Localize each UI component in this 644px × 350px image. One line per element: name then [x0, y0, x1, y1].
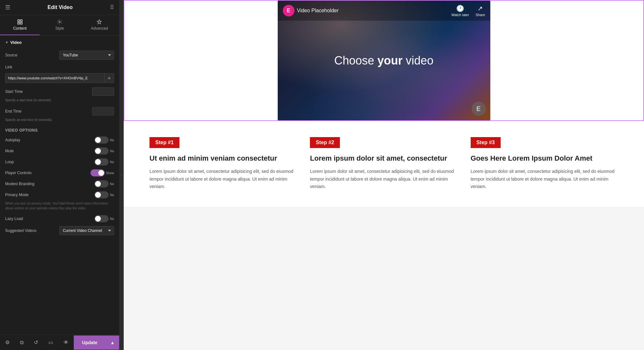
lazy-load-knob [95, 216, 101, 222]
sidebar-tabs: Content Style Advanced [0, 15, 119, 35]
main-content: ✎ E Video Placeholder 🕐 [124, 0, 644, 350]
start-time-input[interactable] [92, 87, 114, 96]
step-col-1: Step #1 Ut enim ad minim veniam consecte… [143, 137, 303, 191]
step-title-3: Goes Here Lorem Ipsum Dolor Amet [471, 154, 618, 163]
chevron-up-icon[interactable]: ▲ [106, 335, 119, 350]
player-controls-knob [98, 170, 104, 176]
share-button[interactable]: ↗ Share [476, 5, 485, 17]
logo-letter: E [287, 8, 290, 14]
link-label: Link [5, 65, 12, 69]
settings-icon[interactable]: ⚙ [0, 335, 15, 350]
tab-content[interactable]: Content [0, 15, 40, 35]
video-placeholder[interactable]: E Video Placeholder 🕐 Watch later ↗ Shar… [278, 1, 490, 120]
content-icon [17, 19, 23, 25]
video-options-label: Video Options [0, 125, 119, 135]
tab-style[interactable]: Style [40, 15, 79, 35]
sidebar-footer: ⚙ ⧉ ↺ ▭ 👁 Update ▲ [0, 335, 119, 350]
link-input[interactable] [5, 74, 104, 82]
mute-toggle-wrap: No [94, 147, 114, 155]
start-time-row: Start Time [0, 85, 119, 98]
source-label: Source [5, 53, 17, 57]
overlay-before: Choose [334, 54, 377, 67]
link-row: ≡ [0, 72, 119, 85]
modest-branding-row: Modest Branding No [0, 178, 119, 189]
mute-label: Mute [5, 149, 14, 153]
player-controls-toggle-wrap: Show [91, 169, 114, 176]
tab-advanced-label: Advanced [91, 26, 108, 31]
end-time-input[interactable] [92, 107, 114, 115]
mute-row: Mute No [0, 145, 119, 156]
responsive-icon[interactable]: ▭ [43, 335, 58, 350]
source-row: Source YouTube Vimeo Dailymotion Self Ho… [0, 48, 119, 62]
step-badge-3-text: Step #3 [476, 140, 495, 145]
video-container: E Video Placeholder 🕐 Watch later ↗ Shar… [278, 1, 490, 120]
elementor-badge: E [472, 102, 486, 116]
step-body-3: Lorem ipsum dolor sit amet, consectetur … [471, 168, 618, 191]
video-section-header[interactable]: ▼ Video [0, 35, 119, 48]
mute-toggle[interactable] [94, 147, 109, 155]
end-time-row: End Time [0, 105, 119, 117]
tab-content-label: Content [13, 26, 27, 31]
sidebar-content: ▼ Video Source YouTube Vimeo Dailymotion… [0, 35, 119, 335]
step-body-2: Lorem ipsum dolor sit amet, consectetur … [310, 168, 457, 191]
tab-advanced[interactable]: Advanced [80, 15, 119, 35]
history-icon[interactable]: ↺ [29, 335, 43, 350]
modest-branding-toggle-label: No [110, 182, 114, 186]
privacy-mode-toggle[interactable] [94, 191, 109, 198]
loop-label: Loop [5, 160, 14, 164]
elementor-logo-circle: E [283, 5, 294, 16]
preview-icon[interactable]: 👁 [58, 335, 74, 350]
link-label-row: Link [0, 62, 119, 72]
step-badge-3: Step #3 [471, 137, 501, 148]
link-library-icon[interactable]: ≡ [104, 74, 114, 83]
video-logo: E Video Placeholder [283, 5, 339, 16]
player-controls-toggle[interactable] [91, 169, 105, 176]
step-title-2: Lorem ipsum dolor sit amet, consectetur [310, 154, 457, 163]
hamburger-icon[interactable]: ☰ [5, 4, 10, 11]
svg-rect-0 [18, 20, 19, 21]
suggested-videos-select[interactable]: Current Video Channel Any Video [59, 226, 114, 235]
svg-rect-2 [18, 23, 19, 24]
suggested-videos-row: Suggested Videos Current Video Channel A… [0, 224, 119, 237]
video-bottom-right: E [472, 102, 486, 116]
privacy-mode-toggle-label: No [110, 193, 114, 197]
grid-icon[interactable]: ⠿ [110, 4, 114, 11]
svg-rect-1 [20, 20, 22, 21]
layers-icon[interactable]: ⧉ [15, 335, 29, 350]
update-button[interactable]: Update [74, 335, 106, 350]
lazy-load-label: Lazy Load [5, 216, 23, 221]
step-title-1: Ut enim ad minim veniam consectetur [149, 154, 297, 163]
end-time-label: End Time [5, 109, 22, 114]
overlay-bold: your [378, 54, 403, 67]
lazy-load-toggle-wrap: No [94, 215, 114, 222]
sidebar-title: Edit Video [48, 5, 73, 10]
share-label: Share [476, 13, 485, 17]
autoplay-toggle-knob [95, 137, 101, 143]
modest-branding-label: Modest Branding [5, 182, 34, 186]
step-badge-1: Step #1 [149, 137, 179, 148]
overlay-after: video [403, 54, 434, 67]
autoplay-toggle-label: No [110, 138, 114, 142]
share-icon: ↗ [477, 5, 483, 12]
modest-branding-toggle[interactable] [94, 180, 109, 187]
loop-row: Loop No [0, 156, 119, 167]
lazy-load-toggle[interactable] [94, 215, 109, 222]
autoplay-toggle[interactable] [94, 136, 109, 144]
watch-later-button[interactable]: 🕐 Watch later [451, 5, 469, 17]
collapse-handle[interactable]: ‹ [119, 0, 124, 350]
player-controls-row: Player Controls Show [0, 167, 119, 178]
privacy-mode-label: Privacy Mode [5, 193, 29, 197]
loop-toggle[interactable] [94, 158, 109, 165]
loop-toggle-wrap: No [94, 158, 114, 165]
advanced-icon [96, 19, 102, 25]
source-select[interactable]: YouTube Vimeo Dailymotion Self Hosted [59, 51, 114, 60]
video-top-bar: E Video Placeholder 🕐 Watch later ↗ Shar… [278, 1, 490, 21]
watch-later-icon: 🕐 [456, 5, 464, 12]
video-placeholder-title: Video Placeholder [297, 8, 339, 14]
sidebar-header: ☰ Edit Video ⠿ [0, 0, 119, 15]
lazy-load-toggle-label: No [110, 217, 114, 221]
badge-letter: E [476, 105, 481, 113]
step-badge-2-text: Step #2 [316, 140, 334, 145]
privacy-mode-toggle-wrap: No [94, 191, 114, 198]
video-overlay-text: Choose your video [334, 54, 433, 67]
